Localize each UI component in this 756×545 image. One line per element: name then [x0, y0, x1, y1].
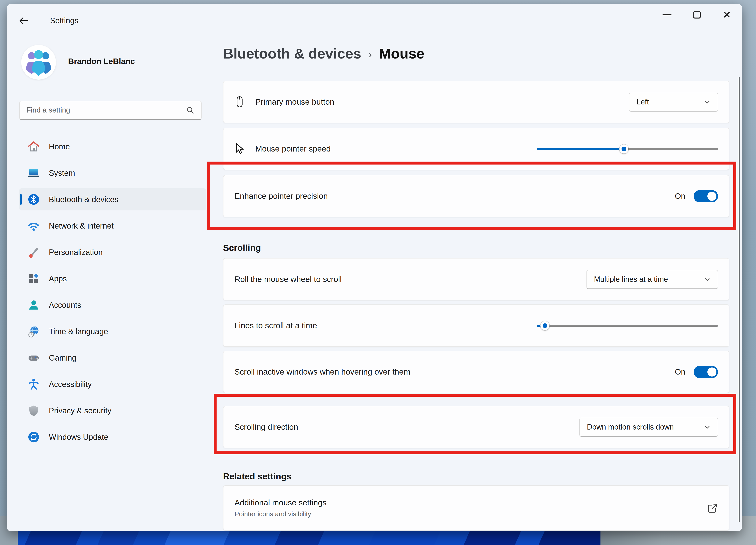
sidebar-item-label: Apps	[49, 274, 67, 283]
sidebar-item-label: Personalization	[49, 248, 103, 257]
vertical-scrollbar[interactable]	[739, 77, 740, 522]
maximize-icon	[693, 11, 701, 19]
sidebar-item-home[interactable]: Home	[19, 135, 206, 158]
home-icon	[28, 140, 40, 153]
user-name: Brandon LeBlanc	[68, 57, 135, 66]
back-arrow-icon	[19, 16, 29, 26]
sidebar-item-system[interactable]: System	[19, 162, 206, 184]
row-label: Scroll inactive windows when hovering ov…	[234, 367, 675, 377]
cursor-icon	[234, 143, 245, 155]
windows-update-icon	[28, 431, 40, 443]
sidebar-item-windows-update[interactable]: Windows Update	[19, 426, 206, 448]
primary-mouse-button-dropdown[interactable]: Left	[629, 93, 718, 111]
bluetooth-icon	[28, 193, 40, 205]
row-label: Lines to scroll at a time	[234, 321, 537, 330]
row-scroll-inactive-windows: Scroll inactive windows when hovering ov…	[223, 351, 729, 393]
breadcrumb: Bluetooth & devices › Mouse	[223, 45, 424, 62]
row-label: Enhance pointer precision	[234, 191, 675, 201]
row-mouse-pointer-speed: Mouse pointer speed	[223, 128, 729, 170]
roll-mouse-wheel-dropdown[interactable]: Multiple lines at a time	[586, 270, 718, 289]
row-scrolling-direction: Scrolling direction Down motion scrolls …	[223, 406, 729, 448]
system-icon	[28, 167, 40, 179]
section-header-scrolling: Scrolling	[223, 243, 261, 253]
mouse-pointer-speed-slider[interactable]	[537, 144, 718, 154]
slider-track[interactable]	[537, 325, 718, 327]
scroll-inactive-windows-toggle[interactable]	[694, 366, 718, 378]
row-label: Primary mouse button	[255, 97, 629, 107]
maximize-button[interactable]	[686, 6, 708, 24]
sidebar-item-label: Bluetooth & devices	[49, 195, 119, 204]
sidebar-nav: Home System Bluetooth & devices	[19, 135, 206, 448]
accounts-icon	[28, 299, 40, 311]
dropdown-value: Multiple lines at a time	[594, 275, 668, 284]
personalization-icon	[28, 246, 40, 258]
desktop: Settings ✕ Brandon LeBlanc Find a settin…	[0, 0, 756, 545]
sidebar-item-label: Time & language	[49, 327, 108, 336]
sidebar-item-label: Privacy & security	[49, 406, 111, 415]
row-label: Roll the mouse wheel to scroll	[234, 275, 586, 284]
row-primary-mouse-button: Primary mouse button Left	[223, 81, 729, 123]
row-label: Mouse pointer speed	[255, 144, 537, 153]
apps-icon	[28, 272, 40, 285]
row-roll-mouse-wheel: Roll the mouse wheel to scroll Multiple …	[223, 258, 729, 301]
close-icon: ✕	[723, 10, 731, 20]
row-lines-to-scroll: Lines to scroll at a time	[223, 305, 729, 347]
network-icon	[28, 220, 40, 232]
sidebar-item-accessibility[interactable]: Accessibility	[19, 373, 206, 395]
slider-thumb[interactable]	[540, 321, 549, 330]
minimize-icon	[662, 14, 672, 15]
breadcrumb-separator-icon: ›	[368, 47, 372, 60]
avatar[interactable]	[21, 45, 56, 80]
sidebar-item-label: Accounts	[49, 301, 81, 310]
row-label: Additional mouse settings	[234, 498, 707, 507]
external-link-icon	[707, 502, 718, 514]
toggle-state-label: On	[675, 192, 685, 200]
dropdown-value: Down motion scrolls down	[587, 423, 674, 431]
search-input[interactable]: Find a setting	[19, 101, 202, 120]
sidebar-item-time-language[interactable]: Time & language	[19, 321, 206, 343]
sidebar-item-label: Home	[49, 142, 70, 151]
family-avatar-icon	[24, 47, 53, 77]
toggle-state-label: On	[675, 368, 685, 376]
sidebar-item-label: Accessibility	[49, 380, 92, 389]
window-title: Settings	[50, 16, 79, 25]
sidebar-item-bluetooth-devices[interactable]: Bluetooth & devices	[19, 188, 206, 210]
mouse-icon	[234, 95, 245, 109]
sidebar-item-gaming[interactable]: Gaming	[19, 347, 206, 369]
dropdown-value: Left	[636, 98, 649, 106]
settings-window: Settings ✕ Brandon LeBlanc Find a settin…	[7, 4, 742, 531]
sidebar-item-network-internet[interactable]: Network & internet	[19, 215, 206, 237]
section-header-related-settings: Related settings	[223, 471, 292, 482]
scrolling-direction-dropdown[interactable]: Down motion scrolls down	[579, 418, 718, 437]
sidebar-item-label: Windows Update	[49, 433, 108, 442]
row-enhance-pointer-precision: Enhance pointer precision On	[223, 175, 729, 217]
sidebar-item-personalization[interactable]: Personalization	[19, 241, 206, 263]
sidebar-item-privacy-security[interactable]: Privacy & security	[19, 400, 206, 422]
gaming-icon	[28, 352, 40, 364]
row-additional-mouse-settings[interactable]: Additional mouse settings Pointer icons …	[223, 485, 729, 531]
row-sublabel: Pointer icons and visibility	[234, 510, 707, 518]
breadcrumb-parent[interactable]: Bluetooth & devices	[223, 45, 361, 62]
slider-fill	[537, 148, 624, 150]
search-icon	[186, 106, 195, 114]
chevron-down-icon	[704, 99, 711, 105]
accessibility-icon	[28, 378, 40, 390]
sidebar-item-apps[interactable]: Apps	[19, 267, 206, 290]
page-title: Mouse	[379, 45, 424, 62]
close-button[interactable]: ✕	[716, 6, 738, 24]
chevron-down-icon	[704, 424, 711, 431]
back-button[interactable]	[17, 14, 31, 27]
time-language-icon	[28, 325, 40, 338]
toggle-knob	[707, 192, 716, 201]
sidebar-item-label: Network & internet	[49, 221, 114, 230]
row-label: Scrolling direction	[234, 423, 579, 432]
slider-thumb[interactable]	[619, 144, 628, 153]
lines-to-scroll-slider[interactable]	[537, 321, 718, 331]
enhance-pointer-precision-toggle[interactable]	[694, 190, 718, 202]
sidebar-item-label: System	[49, 169, 75, 177]
sidebar-item-accounts[interactable]: Accounts	[19, 294, 206, 316]
sidebar-item-label: Gaming	[49, 354, 76, 362]
chevron-down-icon	[704, 276, 711, 283]
minimize-button[interactable]	[656, 6, 678, 24]
search-placeholder: Find a setting	[26, 106, 186, 114]
